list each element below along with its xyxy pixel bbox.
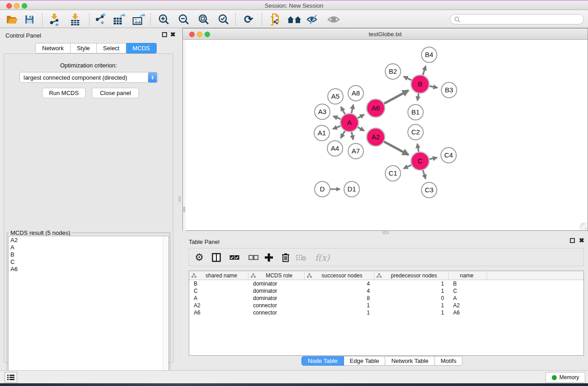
birds-eye-view-icon[interactable]	[327, 13, 340, 26]
graph-node-A8[interactable]: A8	[348, 86, 363, 101]
gutter-thumb[interactable]	[183, 207, 185, 212]
zoom-in-icon[interactable]	[157, 13, 171, 26]
graph-node-A4[interactable]: A4	[327, 141, 343, 156]
close-panel-button[interactable]: Close panel	[92, 88, 139, 98]
add-column-icon[interactable]	[263, 251, 275, 264]
tab-motifs[interactable]: Motifs	[435, 356, 463, 366]
graph-node-A7[interactable]: A7	[348, 143, 363, 159]
graph-edge[interactable]	[341, 107, 345, 114]
column-selector-icon[interactable]	[210, 251, 223, 264]
splitter-handle[interactable]	[178, 196, 181, 202]
memory-button[interactable]: Memory	[545, 372, 585, 383]
table-row[interactable]: Bdominator41B	[189, 280, 583, 287]
graph-edge[interactable]	[430, 86, 438, 88]
graph-edge[interactable]	[341, 131, 345, 138]
graph-edge[interactable]	[358, 114, 364, 118]
graph-edge[interactable]	[333, 116, 340, 119]
graph-node-C[interactable]: C	[411, 152, 429, 170]
zoom-out-icon[interactable]	[177, 13, 191, 26]
mcds-result-item[interactable]: A	[9, 243, 168, 251]
graph-edge[interactable]	[423, 66, 425, 75]
splitter-handle[interactable]	[382, 231, 389, 234]
close-panel-icon[interactable]: ✖	[579, 237, 584, 244]
table-row[interactable]: A2connector11A2	[189, 302, 583, 309]
graph-edge[interactable]	[384, 91, 408, 104]
tab-node-table[interactable]: Node Table	[301, 356, 344, 366]
graph-edge[interactable]	[430, 157, 437, 159]
column-header-successor-nodes[interactable]: successor nodes	[305, 271, 374, 280]
graph-edge[interactable]	[404, 165, 411, 169]
close-panel-icon[interactable]: ✖	[170, 31, 176, 38]
graph-node-B1[interactable]: B1	[408, 105, 423, 120]
graph-node-D1[interactable]: D1	[344, 181, 359, 197]
save-session-icon[interactable]	[23, 13, 36, 26]
horizontal-splitter[interactable]	[182, 231, 588, 234]
tab-network[interactable]: Network	[35, 43, 71, 53]
graph-node-A1[interactable]: A1	[314, 125, 330, 141]
network-graph[interactable]: B4B2BB3A8A5A6B1A3AA1C2A2A4A7C4CC1C3DD1	[186, 40, 588, 230]
search-input[interactable]	[462, 16, 583, 23]
graph-edge[interactable]	[351, 105, 353, 113]
function-builder-icon[interactable]: f(x)	[312, 251, 332, 264]
graph-node-A5[interactable]: A5	[328, 89, 343, 104]
refresh-icon[interactable]: ⟳	[242, 13, 255, 26]
table-row[interactable]: A6connector11A6	[189, 309, 583, 316]
tab-network-table[interactable]: Network Table	[385, 356, 435, 366]
export-image-icon[interactable]	[132, 13, 145, 26]
mcds-result-item[interactable]: A2	[9, 236, 168, 243]
graph-node-D[interactable]: D	[315, 181, 330, 197]
mcds-result-list[interactable]: A2ABCA6	[8, 236, 169, 385]
table-row[interactable]: Adominator80A	[189, 295, 583, 302]
graph-edge[interactable]	[417, 94, 419, 101]
mcds-result-item[interactable]: A6	[9, 265, 168, 272]
import-network-icon[interactable]	[48, 13, 61, 26]
graph-node-C3[interactable]: C3	[421, 182, 437, 198]
column-header-mcds-role[interactable]: MCDS role	[249, 271, 305, 280]
open-session-icon[interactable]	[5, 13, 19, 26]
search-box[interactable]	[450, 14, 584, 24]
column-header-name[interactable]: name	[449, 271, 487, 280]
tab-style[interactable]: Style	[71, 43, 97, 53]
table-settings-icon[interactable]: ⚙	[193, 251, 206, 264]
home-icon[interactable]	[286, 13, 302, 26]
zoom-selected-icon[interactable]	[217, 13, 230, 26]
graph-node-A[interactable]: A	[340, 114, 359, 132]
graph-edge[interactable]	[384, 142, 408, 155]
vertical-splitter[interactable]	[177, 28, 182, 367]
task-history-button[interactable]	[5, 372, 17, 383]
graph-edge[interactable]	[333, 126, 340, 129]
tab-mcds[interactable]: MCDS	[126, 43, 157, 53]
deselect-all-checkboxes-icon[interactable]	[247, 251, 260, 264]
network-window-titlebar[interactable]: testGlobe.txt	[183, 29, 588, 40]
graph-node-A6[interactable]: A6	[367, 99, 385, 117]
graph-node-A3[interactable]: A3	[315, 104, 330, 119]
graph-node-B2[interactable]: B2	[385, 64, 401, 79]
export-table-icon[interactable]	[112, 13, 126, 26]
optimization-criterion-select[interactable]: largest connected component (directed) ▲…	[19, 72, 158, 83]
mcds-result-item[interactable]: B	[9, 251, 168, 258]
resize-grip[interactable]	[580, 223, 587, 230]
graph-edge[interactable]	[358, 127, 364, 131]
delete-table-icon[interactable]	[295, 251, 307, 264]
float-panel-icon[interactable]	[570, 238, 575, 243]
graph-node-C1[interactable]: C1	[385, 166, 401, 181]
scrollbar-track[interactable]	[163, 236, 168, 385]
zoom-fit-icon[interactable]	[197, 13, 210, 26]
graph-edge[interactable]	[352, 132, 354, 139]
new-network-from-selection-icon[interactable]	[268, 13, 282, 26]
tab-edge-table[interactable]: Edge Table	[344, 356, 386, 366]
float-panel-icon[interactable]	[162, 32, 167, 37]
tab-select[interactable]: Select	[97, 43, 126, 53]
select-all-checkboxes-icon[interactable]	[228, 251, 241, 264]
table-row[interactable]: Cdominator41C	[189, 287, 583, 295]
graph-edge[interactable]	[404, 76, 411, 80]
graph-edge[interactable]	[417, 144, 419, 152]
graph-edge[interactable]	[423, 170, 425, 179]
graph-node-B3[interactable]: B3	[441, 82, 457, 98]
import-table-icon[interactable]	[68, 13, 82, 26]
delete-column-icon[interactable]	[279, 251, 292, 264]
graph-node-C2[interactable]: C2	[408, 124, 423, 140]
column-header-shared-name[interactable]: shared name	[189, 271, 249, 280]
graph-node-B4[interactable]: B4	[421, 47, 437, 62]
graph-node-B[interactable]: B	[411, 75, 429, 93]
